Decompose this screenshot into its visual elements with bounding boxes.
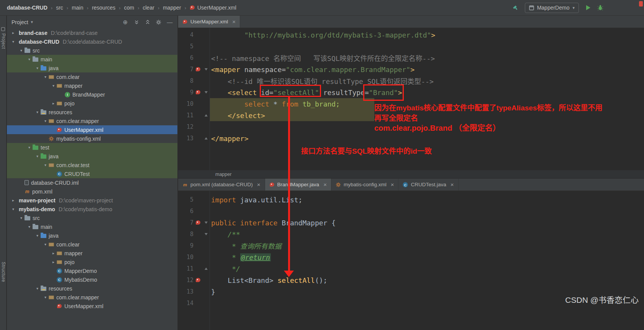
fold-open-icon[interactable]: [205, 91, 208, 94]
tree-row[interactable]: ▾java: [7, 152, 177, 161]
fold-open-icon[interactable]: [205, 68, 208, 71]
chevron-down-icon[interactable]: ▾: [26, 145, 33, 149]
tree-row[interactable]: database-CRUD.iml: [7, 178, 177, 187]
editor-tab[interactable]: CCRUDTest.java×: [398, 179, 458, 190]
chevron-right-icon[interactable]: ▸: [50, 251, 57, 255]
tree-row[interactable]: CMybatisDemo: [7, 275, 177, 284]
chevron-down-icon[interactable]: ▾: [31, 20, 33, 25]
breadcrumb-item[interactable]: resources: [92, 5, 115, 11]
java-editor[interactable]: 5import java.util.List;67public interfac…: [178, 191, 644, 330]
chevron-down-icon[interactable]: ▾: [26, 57, 33, 61]
tool-strip-project[interactable]: Project: [1, 33, 6, 49]
chevron-down-icon[interactable]: ▾: [42, 295, 49, 299]
tree-row[interactable]: ▾mapper: [7, 81, 177, 90]
tree-row[interactable]: IBrandMapper: [7, 90, 177, 99]
tree-row[interactable]: ▾test: [7, 143, 177, 152]
tree-row[interactable]: ▾main: [7, 222, 177, 231]
editor-tab[interactable]: mpom.xml (database-CRUD)×: [178, 179, 265, 190]
chevron-down-icon[interactable]: ▾: [18, 216, 25, 220]
editor-tab[interactable]: mybatis-config.xml×: [331, 179, 399, 190]
chevron-down-icon[interactable]: ▾: [42, 75, 49, 79]
project-panel-title[interactable]: Project: [11, 19, 28, 25]
fold-close-icon[interactable]: [205, 114, 208, 117]
editor-tab[interactable]: UserMapper.xml×: [178, 16, 240, 28]
tree-row[interactable]: ▸pojo: [7, 258, 177, 266]
tree-row[interactable]: ▸pojo: [7, 99, 177, 108]
close-icon[interactable]: ×: [391, 181, 394, 188]
tree-row[interactable]: ▾com.clear.test: [7, 161, 177, 169]
chevron-down-icon[interactable]: ▾: [34, 154, 41, 158]
chevron-down-icon[interactable]: ▾: [10, 39, 16, 44]
tool-strip-structure[interactable]: Structure: [1, 262, 6, 282]
fold-open-icon[interactable]: [205, 233, 208, 235]
chevron-right-icon[interactable]: ▸: [50, 101, 57, 105]
tree-row[interactable]: UserMapper.xml: [7, 125, 177, 134]
chevron-right-icon[interactable]: ▸: [10, 31, 16, 35]
tree-row[interactable]: ▾resources: [7, 108, 177, 117]
close-icon[interactable]: ×: [451, 181, 454, 188]
chevron-down-icon[interactable]: ▾: [42, 242, 49, 246]
chevron-down-icon[interactable]: ▾: [50, 84, 57, 88]
tree-row[interactable]: UserMapper.xml: [7, 302, 177, 310]
mybatis-bird-icon[interactable]: [195, 220, 201, 225]
editor-tab[interactable]: BrandMapper.java×: [265, 179, 331, 190]
expand-all-icon[interactable]: [133, 19, 139, 25]
project-tool-icon[interactable]: [1, 27, 5, 31]
mybatis-bird-icon[interactable]: [195, 90, 201, 95]
chevron-down-icon[interactable]: ▾: [42, 163, 49, 167]
tree-row[interactable]: ▾com.clear.mapper: [7, 293, 177, 302]
breadcrumb-item[interactable]: com: [124, 5, 134, 11]
tree-row[interactable]: ▾java: [7, 231, 177, 240]
fold-open-icon[interactable]: [205, 222, 208, 224]
tree-row[interactable]: ▾com.clear.mapper: [7, 117, 177, 125]
breadcrumb-item[interactable]: mapper: [163, 5, 181, 11]
breadcrumb-item[interactable]: clear: [143, 5, 154, 11]
locate-file-icon[interactable]: ⊕: [122, 19, 128, 25]
tree-row[interactable]: ▾java: [7, 64, 177, 72]
chevron-down-icon[interactable]: ▾: [34, 286, 41, 291]
fold-close-icon[interactable]: [205, 268, 208, 270]
run-configuration-select[interactable]: MapperDemo ▾: [525, 3, 579, 13]
chevron-down-icon[interactable]: ▾: [18, 48, 25, 53]
breadcrumb-item[interactable]: src: [56, 5, 63, 11]
tree-row[interactable]: ▾main: [7, 55, 177, 64]
chevron-down-icon[interactable]: ▾: [34, 66, 41, 70]
tree-row[interactable]: ▾src: [7, 46, 177, 55]
chevron-right-icon[interactable]: ▸: [50, 260, 57, 264]
tree-row[interactable]: ▾resources: [7, 284, 177, 293]
tree-row[interactable]: ▾database-CRUDD:\code\database-CRUD: [7, 37, 177, 46]
tree-row[interactable]: ▾com.clear: [7, 240, 177, 249]
tree-row[interactable]: CMapperDemo: [7, 266, 177, 275]
tree-row[interactable]: CCRUDTest: [7, 169, 177, 178]
debug-bug-icon[interactable]: [597, 5, 603, 11]
breadcrumb-item[interactable]: main: [72, 5, 83, 11]
breadcrumb-item[interactable]: database-CRUD: [7, 5, 48, 11]
tree-row[interactable]: ▾src: [7, 213, 177, 222]
chevron-right-icon[interactable]: ▸: [10, 198, 16, 202]
mybatis-bird-icon[interactable]: [195, 277, 201, 283]
breadcrumb-item[interactable]: UserMapper.xml: [190, 5, 236, 11]
close-icon[interactable]: ×: [323, 181, 327, 188]
tree-row[interactable]: ▾com.clear: [7, 72, 177, 81]
tree-row[interactable]: ▸mapper: [7, 249, 177, 258]
fold-close-icon[interactable]: [205, 137, 208, 140]
tree-row[interactable]: ▾mybatis-demoD:\code\mybatis-demo: [7, 205, 177, 213]
close-icon[interactable]: ×: [232, 18, 236, 25]
build-hammer-icon[interactable]: [513, 5, 519, 11]
tree-row[interactable]: ▸maven-projectD:\code\maven-project: [7, 196, 177, 205]
tree-row[interactable]: ▸brand-caseD:\code\brand-case: [7, 28, 177, 37]
settings-gear-icon[interactable]: [156, 19, 162, 25]
close-icon[interactable]: ×: [257, 181, 261, 188]
chevron-down-icon[interactable]: ▾: [34, 110, 41, 114]
chevron-down-icon[interactable]: ▾: [42, 119, 49, 123]
chevron-down-icon[interactable]: ▾: [26, 225, 33, 229]
editor-breadcrumb[interactable]: mapper: [215, 172, 231, 177]
hide-panel-icon[interactable]: —: [167, 19, 173, 25]
collapse-all-icon[interactable]: [144, 19, 151, 25]
tree-row[interactable]: mpom.xml: [7, 187, 177, 196]
run-button[interactable]: [585, 5, 591, 11]
mybatis-bird-icon[interactable]: [195, 67, 201, 72]
chevron-down-icon[interactable]: ▾: [34, 233, 41, 238]
chevron-down-icon[interactable]: ▾: [10, 207, 16, 211]
tree-row[interactable]: mybatis-config.xml: [7, 134, 177, 143]
